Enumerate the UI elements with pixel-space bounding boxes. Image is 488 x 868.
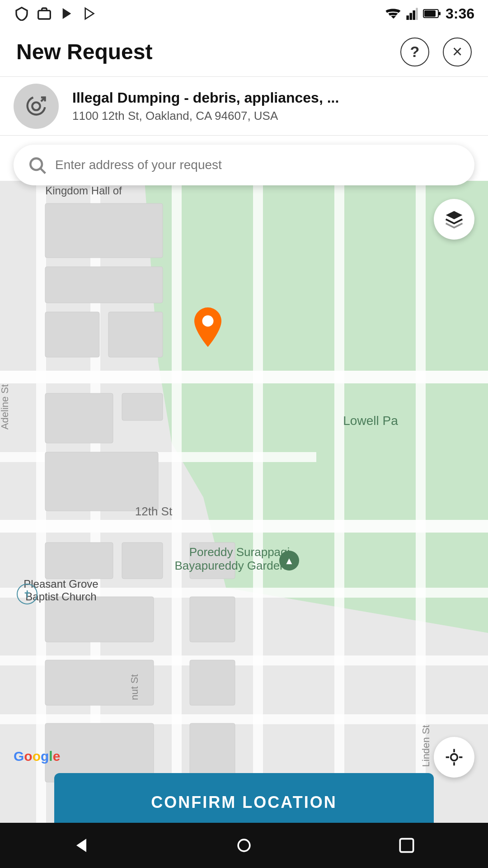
search-bar — [14, 145, 474, 185]
svg-text:▲: ▲ — [284, 555, 294, 566]
svg-rect-25 — [334, 181, 344, 823]
status-bar-right: 3:36 — [385, 5, 474, 22]
crosshair-icon — [444, 747, 464, 767]
svg-rect-9 — [439, 12, 441, 15]
clock: 3:36 — [446, 5, 474, 22]
layers-icon — [444, 209, 464, 229]
svg-point-57 — [30, 158, 42, 170]
close-icon: × — [452, 42, 462, 61]
svg-text:✝: ✝ — [23, 589, 31, 600]
header: New Request ? × — [0, 27, 488, 77]
my-location-button[interactable] — [434, 737, 474, 778]
shield-icon — [14, 5, 30, 22]
svg-rect-17 — [0, 520, 488, 533]
svg-text:Baptist Church: Baptist Church — [25, 590, 96, 603]
svg-point-66 — [238, 840, 250, 851]
svg-rect-30 — [108, 312, 163, 357]
svg-rect-31 — [45, 393, 113, 443]
google-l: l — [49, 749, 52, 764]
svg-text:Lowell Pa: Lowell Pa — [343, 414, 398, 428]
request-text-block: Illegal Dumping - debris, appliances, ..… — [72, 90, 339, 123]
help-button[interactable]: ? — [400, 38, 429, 66]
play-icon — [59, 5, 75, 22]
svg-rect-3 — [406, 15, 409, 20]
svg-rect-33 — [45, 452, 158, 511]
svg-point-59 — [202, 316, 214, 327]
status-bar-left — [14, 5, 98, 22]
request-address-label: 1100 12th St, Oakland, CA 94607, USA — [72, 109, 339, 123]
request-type-label: Illegal Dumping - debris, appliances, ..… — [72, 90, 339, 106]
svg-rect-4 — [409, 13, 412, 20]
svg-line-58 — [41, 169, 45, 173]
search-bar-wrapper — [14, 145, 474, 185]
map-pin — [190, 307, 226, 353]
location-pin-icon — [190, 307, 226, 353]
google-g2: g — [41, 749, 49, 764]
svg-rect-8 — [424, 10, 436, 17]
svg-text:nut St: nut St — [129, 674, 140, 700]
svg-rect-23 — [172, 181, 182, 823]
page-title: New Request — [16, 39, 152, 64]
svg-rect-5 — [413, 10, 415, 20]
map-background: Kingdom Hall of 12th St Adeline St nut S… — [0, 136, 488, 868]
google-o1: o — [24, 749, 32, 764]
svg-point-10 — [32, 102, 40, 110]
svg-rect-32 — [122, 393, 163, 420]
back-button[interactable] — [68, 832, 95, 859]
svg-rect-36 — [45, 597, 154, 642]
svg-rect-35 — [122, 542, 163, 579]
svg-rect-6 — [416, 8, 418, 20]
svg-rect-15 — [0, 371, 488, 383]
svg-text:Kingdom Hall of: Kingdom Hall of — [45, 184, 122, 197]
svg-rect-67 — [400, 839, 413, 852]
svg-rect-34 — [45, 542, 113, 579]
svg-text:Bayapureddy Garden: Bayapureddy Garden — [174, 559, 286, 572]
googleplay-icon — [81, 5, 98, 22]
svg-rect-20 — [0, 714, 488, 724]
status-bar: 3:36 — [0, 0, 488, 27]
svg-marker-1 — [63, 8, 71, 19]
recents-button[interactable] — [393, 832, 420, 859]
svg-text:12th St: 12th St — [135, 505, 173, 518]
svg-text:Adeline St: Adeline St — [0, 384, 10, 429]
svg-marker-2 — [85, 8, 94, 19]
svg-text:Linden St: Linden St — [420, 725, 432, 767]
confirm-location-label: CONFIRM LOCATION — [151, 793, 337, 812]
svg-rect-29 — [45, 312, 99, 357]
google-g: G — [14, 749, 24, 764]
svg-rect-24 — [253, 181, 263, 823]
request-info-bar: Illegal Dumping - debris, appliances, ..… — [0, 77, 488, 136]
home-button[interactable] — [230, 832, 258, 859]
google-e: e — [53, 749, 61, 764]
header-actions: ? × — [400, 38, 472, 66]
navigation-bar — [0, 823, 488, 868]
svg-rect-28 — [45, 267, 163, 303]
svg-rect-21 — [36, 181, 46, 823]
map-container[interactable]: Kingdom Hall of 12th St Adeline St nut S… — [0, 136, 488, 868]
close-button[interactable]: × — [443, 38, 472, 66]
svg-rect-41 — [190, 660, 235, 705]
google-logo: G o o g l e — [14, 749, 60, 764]
svg-rect-0 — [38, 10, 51, 19]
add-photo-button[interactable] — [14, 84, 59, 129]
svg-rect-40 — [190, 597, 235, 642]
google-o2: o — [33, 749, 41, 764]
briefcase-icon — [36, 5, 52, 22]
layer-toggle-button[interactable] — [434, 199, 474, 240]
svg-marker-65 — [76, 839, 86, 852]
help-icon: ? — [410, 43, 420, 61]
svg-point-60 — [451, 754, 458, 761]
search-icon — [27, 155, 47, 175]
search-input[interactable] — [55, 158, 461, 172]
svg-rect-27 — [45, 203, 163, 258]
svg-text:Poreddy Surappagi: Poreddy Surappagi — [189, 545, 290, 559]
